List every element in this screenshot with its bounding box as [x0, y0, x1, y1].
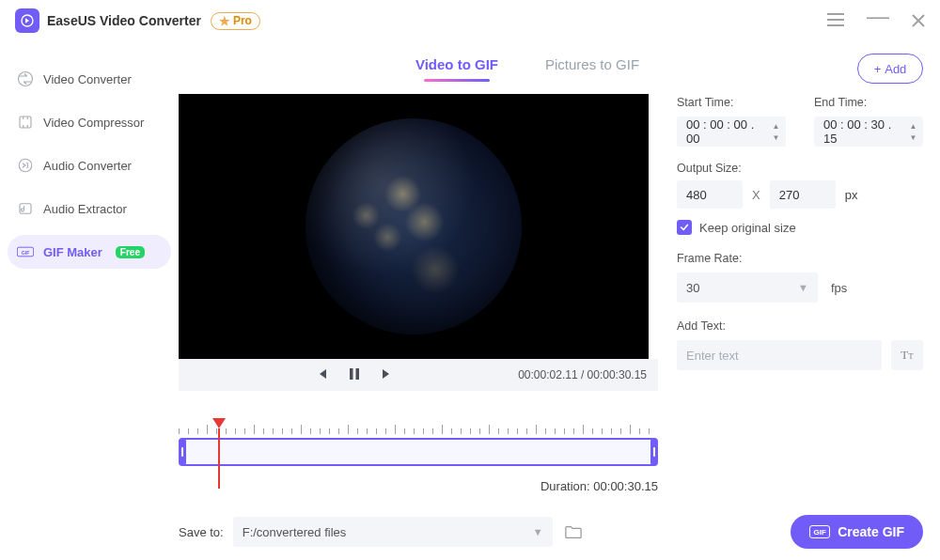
total-time: 00:00:30.15 — [588, 368, 647, 381]
free-badge: Free — [116, 246, 145, 258]
end-time-value: 00 : 00 : 30 . 15 — [823, 117, 901, 146]
app-logo-icon — [15, 8, 39, 33]
chevron-down-icon: ▼ — [770, 132, 782, 143]
sidebar-item-audio-converter[interactable]: Audio Converter — [8, 148, 171, 182]
frame-rate-value: 30 — [686, 281, 791, 295]
add-label: Add — [885, 62, 906, 76]
sidebar-item-label: Video Converter — [43, 72, 132, 86]
end-time-spinner[interactable]: ▲▼ — [907, 120, 919, 143]
prev-button[interactable] — [315, 367, 328, 383]
current-time: 00:00:02.11 — [518, 368, 577, 381]
svg-rect-7 — [20, 117, 31, 128]
app-title: EaseUS Video Converter — [47, 13, 201, 28]
create-gif-label: Create GIF — [838, 524, 904, 539]
save-to-label: Save to: — [179, 525, 224, 539]
end-time-input[interactable]: 00 : 00 : 30 . 15 ▲▼ — [814, 117, 923, 147]
start-time-value: 00 : 00 : 00 . 00 — [686, 117, 764, 146]
fps-label: fps — [831, 281, 847, 295]
player-bar: 00:00:02.11 / 00:00:30.15 — [179, 359, 658, 391]
titlebar: EaseUS Video Converter ★ Pro — — [0, 0, 940, 41]
height-input[interactable] — [770, 180, 836, 209]
keep-original-label: Keep original size — [699, 221, 796, 235]
start-time-label: Start Time: — [677, 96, 786, 109]
range-track[interactable] — [179, 438, 658, 466]
bottom-bar: Save to: F:/convertered files ▼ GIF Crea… — [179, 504, 923, 560]
audio-extract-icon — [17, 200, 34, 217]
sidebar: Video Converter Video Compressor Audio C… — [0, 41, 179, 560]
chevron-down-icon: ▼ — [907, 132, 919, 143]
frame-rate-select[interactable]: 30 ▼ — [677, 272, 818, 303]
save-path-select[interactable]: F:/convertered files ▼ — [233, 517, 553, 547]
folder-icon — [565, 524, 582, 539]
tab-pictures-to-gif[interactable]: Pictures to GIF — [545, 56, 639, 82]
tabs: Video to GIF Pictures to GIF — [197, 56, 857, 82]
save-path-value: F:/convertered files — [243, 525, 525, 539]
video-thumbnail — [306, 118, 522, 334]
next-button[interactable] — [381, 367, 394, 383]
open-folder-button[interactable] — [560, 519, 587, 545]
timeline[interactable]: Duration: 00:00:30.15 — [179, 419, 658, 493]
hamburger-menu-icon[interactable] — [827, 11, 844, 31]
star-icon: ★ — [219, 14, 230, 28]
pro-badge[interactable]: ★ Pro — [211, 12, 260, 30]
width-input[interactable] — [677, 180, 743, 209]
sidebar-item-label: Video Compressor — [43, 116, 144, 130]
sidebar-item-label: GIF Maker — [43, 245, 102, 259]
check-icon — [680, 223, 689, 232]
pause-button[interactable] — [349, 367, 360, 383]
svg-rect-12 — [350, 368, 353, 380]
close-button[interactable] — [912, 14, 925, 27]
svg-text:GIF: GIF — [22, 250, 30, 256]
sidebar-item-video-converter[interactable]: Video Converter — [8, 62, 171, 96]
chevron-down-icon: ▼ — [798, 282, 808, 293]
start-time-input[interactable]: 00 : 00 : 00 . 00 ▲▼ — [677, 117, 786, 147]
range-handle-start[interactable] — [179, 438, 186, 466]
chevron-up-icon: ▲ — [907, 120, 919, 132]
px-label: px — [845, 188, 858, 202]
text-style-button[interactable]: TT — [891, 340, 923, 370]
video-preview[interactable] — [179, 94, 649, 359]
time-display: 00:00:02.11 / 00:00:30.15 — [518, 368, 647, 381]
chevron-up-icon: ▲ — [770, 120, 782, 132]
tab-video-to-gif[interactable]: Video to GIF — [415, 56, 498, 82]
minimize-button[interactable]: — — [867, 3, 889, 29]
duration-label: Duration: — [540, 479, 593, 493]
plus-icon: + — [874, 62, 882, 76]
sidebar-item-audio-extractor[interactable]: Audio Extractor — [8, 192, 171, 226]
end-time-label: End Time: — [814, 96, 923, 109]
duration-value: 00:00:30.15 — [593, 479, 658, 493]
settings-panel: Start Time: 00 : 00 : 00 . 00 ▲▼ End Tim… — [677, 94, 923, 493]
playhead-marker-icon — [212, 418, 226, 428]
frame-rate-label: Frame Rate: — [677, 252, 923, 265]
keep-original-checkbox[interactable] — [677, 220, 692, 235]
duration-display: Duration: 00:00:30.15 — [179, 479, 658, 493]
compress-icon — [17, 114, 34, 131]
add-button[interactable]: + Add — [857, 54, 923, 84]
text-icon: TT — [901, 348, 913, 363]
gif-badge-icon: GIF — [809, 525, 830, 538]
svg-rect-13 — [355, 368, 359, 380]
output-size-label: Output Size: — [677, 162, 923, 175]
sidebar-item-label: Audio Converter — [43, 159, 132, 173]
text-input[interactable] — [677, 340, 882, 370]
audio-convert-icon — [17, 157, 34, 174]
x-separator: X — [752, 188, 760, 202]
create-gif-button[interactable]: GIF Create GIF — [791, 515, 923, 549]
chevron-down-icon: ▼ — [533, 526, 543, 537]
range-handle-end[interactable] — [650, 438, 658, 466]
timeline-ruler — [179, 419, 658, 434]
sidebar-item-gif-maker[interactable]: GIF GIF Maker Free — [8, 235, 171, 269]
sidebar-item-label: Audio Extractor — [43, 202, 127, 216]
pro-label: Pro — [233, 14, 252, 27]
sidebar-item-video-compressor[interactable]: Video Compressor — [8, 105, 171, 139]
gif-icon: GIF — [17, 243, 34, 260]
start-time-spinner[interactable]: ▲▼ — [770, 120, 782, 143]
add-text-label: Add Text: — [677, 319, 923, 333]
convert-icon — [17, 70, 34, 87]
